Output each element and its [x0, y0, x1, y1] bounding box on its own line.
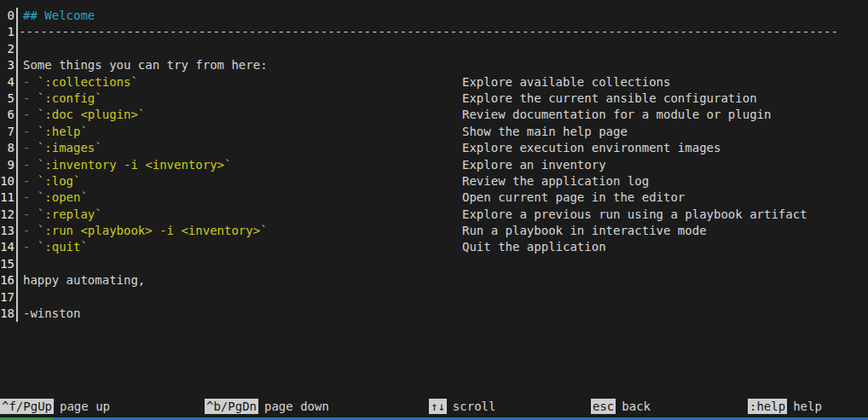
- terminal-line-16: 16happy automating,: [0, 272, 868, 289]
- line-number: 3: [0, 57, 14, 73]
- command-description: Run a playbook in interactive mode: [462, 223, 707, 239]
- command-text: `:config`: [38, 91, 102, 105]
- line-content: - `:inventory -i <inventory>`Explore an …: [18, 157, 868, 173]
- command-description: Explore available collections: [462, 74, 670, 90]
- status-label: help: [793, 400, 822, 413]
- terminal-line-4: 4- `:collections`Explore available colle…: [0, 74, 868, 90]
- command-description: Explore a previous run using a playbook …: [462, 207, 807, 223]
- terminal-line-15: 15: [0, 256, 868, 272]
- command-description: Open current page in the editor: [462, 190, 685, 206]
- status-bar: ^f/PgUppage up^b/PgDnpage down↑↓scrolles…: [0, 398, 868, 415]
- terminal-line-2: 2: [0, 41, 868, 57]
- line-content: - `:help`Show the main help page: [18, 124, 868, 140]
- bullet-dash: -: [23, 240, 38, 254]
- status-label: page up: [60, 400, 110, 413]
- line-content: [18, 289, 868, 306]
- line-number: 0: [0, 8, 14, 24]
- line-content: - `:config`Explore the current ansible c…: [18, 90, 868, 107]
- status-label: page down: [264, 400, 329, 413]
- line-number: 14: [0, 239, 14, 255]
- terminal-line-0: 0## Welcome: [0, 8, 868, 24]
- terminal-line-8: 8- `:images`Explore execution environmen…: [0, 140, 868, 156]
- terminal-line-10: 10- `:log`Review the application log: [0, 173, 868, 190]
- terminal-line-9: 9- `:inventory -i <inventory>`Explore an…: [0, 157, 868, 173]
- line-number: 1: [0, 24, 14, 40]
- line-number: 12: [0, 207, 14, 223]
- line-content: ----------------------------------------…: [18, 24, 868, 40]
- command-description: Explore the current ansible configuratio…: [462, 90, 757, 107]
- line-content: - `:images`Explore execution environment…: [18, 140, 868, 156]
- line-content: Some things you can try from here:: [18, 57, 868, 73]
- bullet-dash: -: [23, 224, 38, 237]
- terminal-line-12: 12- `:replay`Explore a previous run usin…: [0, 207, 868, 223]
- command-description: Explore execution environment images: [462, 140, 720, 156]
- command-text: `:run <playbook> -i <inventory>`: [38, 224, 268, 237]
- bullet-dash: -: [23, 108, 38, 121]
- line-number: 6: [0, 107, 14, 123]
- terminal-line-5: 5- `:config`Explore the current ansible …: [0, 90, 868, 107]
- command-text: `:images`: [38, 141, 102, 155]
- line-number: 8: [0, 140, 14, 156]
- line-number: 17: [0, 289, 14, 306]
- keycap--help: :help: [748, 399, 787, 414]
- line-content: - `:doc <plugin>`Review documentation fo…: [18, 107, 868, 123]
- line-content: - `:replay`Explore a previous run using …: [18, 207, 868, 223]
- command-text: `:replay`: [38, 207, 102, 221]
- line-content: - `:log`Review the application log: [18, 173, 868, 190]
- status-label: back: [622, 400, 651, 413]
- terminal-line-13: 13- `:run <playbook> -i <inventory>`Run …: [0, 223, 868, 239]
- bullet-dash: -: [23, 207, 38, 221]
- status-item-page-up: ^f/PgUppage up: [0, 398, 110, 415]
- line-number: 16: [0, 272, 14, 289]
- line-content: [18, 41, 868, 57]
- terminal-line-14: 14- `:quit`Quit the application: [0, 239, 868, 255]
- command-text: `:quit`: [38, 240, 88, 254]
- line-number: 10: [0, 173, 14, 190]
- line-content: - `:open`Open current page in the editor: [18, 190, 868, 206]
- line-number: 4: [0, 74, 14, 90]
- command-description: Quit the application: [462, 239, 606, 255]
- line-content: [18, 256, 868, 272]
- line-number: 15: [0, 256, 14, 272]
- command-text: `:help`: [38, 125, 88, 138]
- terminal-line-17: 17: [0, 289, 868, 306]
- line-content: happy automating,: [18, 272, 868, 289]
- status-item-back: escback: [591, 398, 651, 415]
- status-item-help: :helphelp: [748, 398, 822, 415]
- bullet-dash: -: [23, 125, 38, 138]
- keycap-scroll-arrows: ↑↓: [429, 399, 447, 414]
- terminal-line-3: 3Some things you can try from here:: [0, 57, 868, 73]
- terminal-line-1: 1---------------------------------------…: [0, 24, 868, 40]
- bullet-dash: -: [23, 174, 38, 188]
- command-text: `:inventory -i <inventory>`: [38, 158, 232, 172]
- command-description: Review documentation for a module or plu…: [462, 107, 771, 123]
- keycap--f-pgup: ^f/PgUp: [0, 399, 54, 414]
- command-text: `:collections`: [38, 75, 138, 89]
- bullet-dash: -: [23, 91, 38, 105]
- terminal-window[interactable]: 0## Welcome1----------------------------…: [0, 0, 868, 420]
- bullet-dash: -: [23, 75, 38, 89]
- command-description: Show the main help page: [462, 124, 628, 140]
- terminal-line-18: 18-winston: [0, 306, 868, 322]
- status-label: scroll: [453, 400, 496, 413]
- line-text: Some things you can try from here:: [23, 58, 268, 72]
- terminal-body: 0## Welcome1----------------------------…: [0, 8, 868, 322]
- line-number: 2: [0, 41, 14, 57]
- line-content: - `:collections`Explore available collec…: [18, 74, 868, 90]
- line-number: 18: [0, 306, 14, 322]
- line-content: - `:quit`Quit the application: [18, 239, 868, 255]
- keycap-esc: esc: [591, 399, 616, 414]
- bullet-dash: -: [23, 141, 38, 155]
- line-content: ## Welcome: [18, 8, 868, 24]
- line-number: 7: [0, 124, 14, 140]
- line-content: - `:run <playbook> -i <inventory>`Run a …: [18, 223, 868, 239]
- line-number: 9: [0, 157, 14, 173]
- terminal-line-7: 7- `:help`Show the main help page: [0, 124, 868, 140]
- bullet-dash: -: [23, 190, 38, 204]
- line-number: 11: [0, 190, 14, 206]
- welcome-heading: ## Welcome: [23, 9, 95, 22]
- terminal-line-11: 11- `:open`Open current page in the edit…: [0, 190, 868, 206]
- line-number: 13: [0, 223, 14, 239]
- horizontal-rule: ----------------------------------------…: [19, 24, 838, 40]
- keycap--b-pgdn: ^b/PgDn: [205, 399, 258, 414]
